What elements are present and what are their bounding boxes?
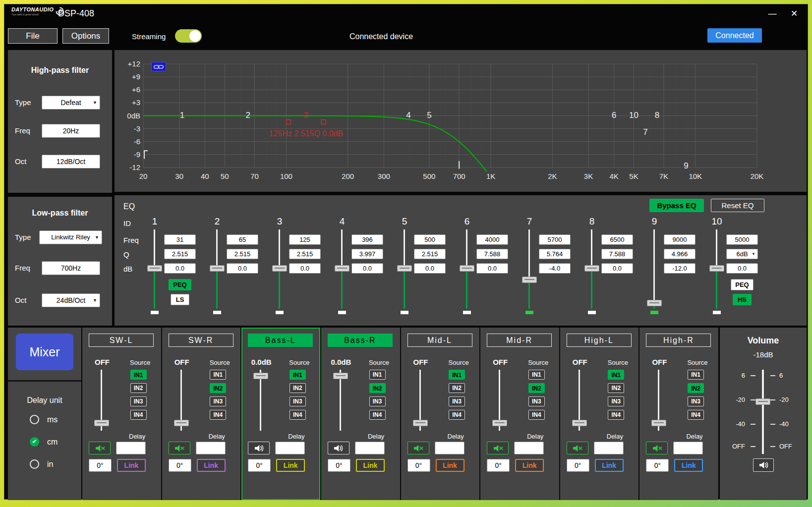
eq-band-q-field[interactable]: 6dB▼: [726, 249, 758, 259]
eq-band-q-field[interactable]: 2.515: [414, 249, 446, 259]
mute-button[interactable]: [248, 442, 270, 454]
eq-band-q-field[interactable]: 2.515: [227, 249, 258, 259]
slider-handle[interactable]: [94, 420, 109, 426]
mute-button[interactable]: [407, 442, 429, 454]
eq-band-slider[interactable]: [460, 229, 474, 309]
eq-band-freq-field[interactable]: 65: [227, 234, 258, 245]
input-select-in3[interactable]: IN3: [210, 396, 226, 406]
slider-handle[interactable]: [253, 373, 268, 379]
slider-handle[interactable]: [492, 420, 507, 426]
input-select-in1[interactable]: IN1: [210, 370, 226, 380]
phase-button[interactable]: 0°: [328, 459, 350, 472]
volume-mute-button[interactable]: [753, 458, 774, 472]
eq-band-slider[interactable]: [397, 229, 412, 309]
channel-name-button[interactable]: Mid-R: [487, 334, 552, 347]
link-button[interactable]: Link: [276, 459, 305, 472]
input-select-in4[interactable]: IN4: [369, 410, 386, 420]
channel-name-button[interactable]: High-R: [646, 334, 711, 347]
slider-handle[interactable]: [397, 265, 412, 272]
channel-name-button[interactable]: Bass-R: [328, 334, 393, 347]
hpf-oct-field[interactable]: 12dB/Oct: [42, 155, 100, 169]
link-button[interactable]: Link: [515, 459, 544, 472]
phase-button[interactable]: 0°: [89, 459, 112, 472]
input-select-in4[interactable]: IN4: [210, 410, 226, 420]
input-select-in4[interactable]: IN4: [608, 410, 624, 420]
link-button[interactable]: Link: [117, 459, 146, 472]
input-select-in1[interactable]: IN1: [528, 370, 545, 380]
hpf-freq-field[interactable]: 20Hz: [42, 124, 100, 138]
input-select-in4[interactable]: IN4: [130, 410, 147, 420]
channel-gain-slider[interactable]: [572, 370, 587, 431]
phase-button[interactable]: 0°: [567, 459, 589, 472]
eq-band-freq-field[interactable]: 125: [289, 234, 321, 245]
eq-band-db-field[interactable]: 0.0: [726, 263, 758, 274]
input-select-in2[interactable]: IN2: [449, 383, 465, 393]
eq-band-slider[interactable]: [272, 229, 287, 309]
delay-input[interactable]: [355, 442, 385, 454]
link-button[interactable]: Link: [197, 459, 226, 472]
channel-name-button[interactable]: Mid-L: [407, 334, 472, 347]
delay-input[interactable]: [673, 442, 703, 454]
eq-band-q-field[interactable]: 2.515: [289, 249, 321, 259]
slider-handle[interactable]: [755, 398, 770, 405]
input-select-in2[interactable]: IN2: [290, 383, 306, 393]
frequency-response-graph[interactable]: 20304050701002003005007001K2K3K4K5K7K10K…: [115, 50, 807, 192]
graph-link-icon[interactable]: [151, 62, 166, 71]
input-select-in4[interactable]: IN4: [528, 410, 545, 420]
input-select-in4[interactable]: IN4: [449, 410, 465, 420]
bypass-eq-button[interactable]: Bypass EQ: [649, 199, 704, 212]
delay-input[interactable]: [275, 442, 305, 454]
close-button[interactable]: ✕: [788, 7, 801, 20]
input-select-in3[interactable]: IN3: [369, 396, 386, 406]
eq-band-slider[interactable]: [647, 229, 662, 309]
phase-button[interactable]: 0°: [646, 459, 669, 472]
link-button[interactable]: Link: [674, 459, 703, 472]
eq-band-db-field[interactable]: -4.0: [539, 263, 571, 274]
lpf-oct-select[interactable]: 24dB/Oct▼: [42, 293, 100, 307]
input-select-in3[interactable]: IN3: [608, 396, 624, 406]
eq-band-slider[interactable]: [147, 229, 162, 309]
eq-band-db-field[interactable]: 0.0: [227, 263, 258, 274]
channel-name-button[interactable]: Bass-L: [248, 334, 313, 347]
input-select-in2[interactable]: IN2: [130, 383, 147, 393]
phase-button[interactable]: 0°: [169, 459, 191, 472]
input-select-in2[interactable]: IN2: [608, 383, 624, 393]
mute-button[interactable]: [646, 442, 668, 454]
eq-band-q-field[interactable]: 3.997: [351, 249, 383, 259]
mute-button[interactable]: [567, 442, 588, 454]
eq-band-slider[interactable]: [584, 229, 599, 309]
link-button[interactable]: Link: [356, 459, 385, 472]
channel-gain-slider[interactable]: [651, 370, 666, 431]
mute-button[interactable]: [89, 442, 111, 454]
channel-gain-slider[interactable]: [413, 370, 428, 431]
channel-name-button[interactable]: High-L: [567, 334, 632, 347]
slider-handle[interactable]: [210, 265, 225, 272]
eq-band-hs-button[interactable]: HS: [733, 294, 752, 305]
slider-handle[interactable]: [333, 373, 348, 379]
input-select-in2[interactable]: IN2: [528, 383, 545, 393]
input-select-in4[interactable]: IN4: [688, 410, 704, 420]
slider-handle[interactable]: [272, 265, 287, 272]
input-select-in3[interactable]: IN3: [130, 396, 147, 406]
channel-gain-slider[interactable]: [94, 370, 109, 431]
options-button[interactable]: Options: [62, 28, 109, 44]
input-select-in3[interactable]: IN3: [688, 396, 704, 406]
input-select-in2[interactable]: IN2: [369, 383, 386, 393]
delay-unit-option-in[interactable]: in: [30, 459, 53, 469]
eq-band-q-field[interactable]: 4.966: [664, 249, 696, 259]
slider-handle[interactable]: [522, 277, 537, 283]
slider-handle[interactable]: [460, 265, 474, 272]
input-select-in1[interactable]: IN1: [608, 370, 624, 380]
eq-band-db-field[interactable]: 0.0: [414, 263, 446, 274]
slider-handle[interactable]: [647, 300, 662, 306]
mixer-button[interactable]: Mixer: [16, 334, 73, 370]
connected-button[interactable]: Connected: [707, 28, 762, 43]
eq-band-freq-field[interactable]: 500: [414, 234, 446, 245]
delay-unit-option-ms[interactable]: ms: [30, 415, 58, 424]
eq-band-freq-field[interactable]: 5000: [726, 234, 758, 245]
slider-handle[interactable]: [335, 265, 349, 272]
slider-handle[interactable]: [147, 265, 162, 272]
channel-gain-slider[interactable]: [253, 370, 268, 431]
radio-icon[interactable]: [30, 459, 39, 469]
input-select-in1[interactable]: IN1: [290, 370, 306, 380]
